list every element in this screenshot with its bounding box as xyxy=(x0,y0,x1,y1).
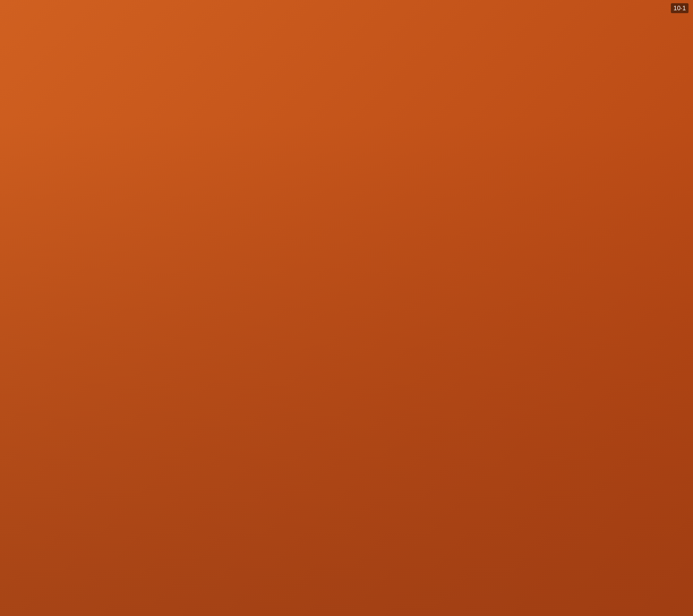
recommend-grid: 红 10·1 xyxy=(196,360,684,424)
recommend-section: 猜你喜欢 红 10·1 xyxy=(186,333,693,432)
recommend-card-2[interactable]: 10·1 xyxy=(442,360,684,424)
video-info-section: 视频 讨论 点我发弹幕 弹 ✓ 追缉 简介 › 2023年11月11日上映 xyxy=(186,160,693,616)
